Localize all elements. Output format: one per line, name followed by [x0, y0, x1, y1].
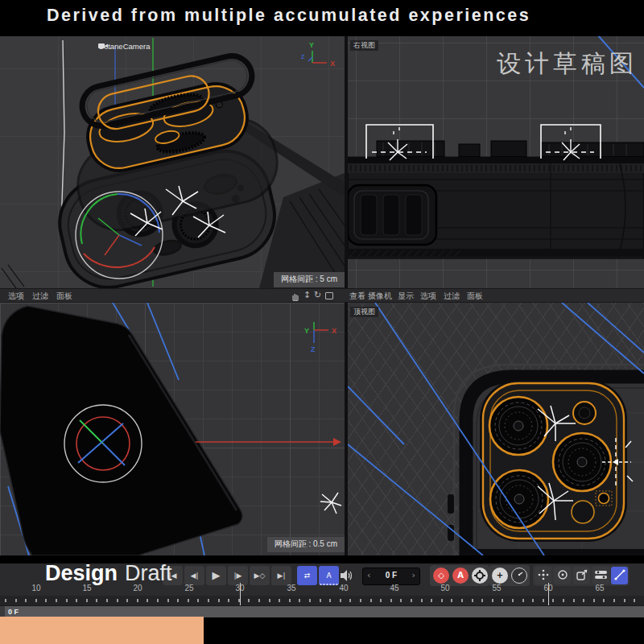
- axis-gizmo: Y X Z: [301, 41, 335, 68]
- white-spline: [61, 40, 64, 225]
- current-frame-bar[interactable]: 0 F: [0, 605, 644, 617]
- ruler-number[interactable]: 25: [184, 584, 193, 592]
- ruler-number[interactable]: 50: [440, 584, 449, 592]
- frame-counter-value: 0 F: [363, 571, 419, 580]
- menu-panel[interactable]: 面板: [467, 291, 483, 302]
- keyframe-marker-30: [240, 583, 241, 605]
- menu-filter-left[interactable]: 过滤: [32, 291, 48, 302]
- sketch-star-marks: [320, 493, 341, 514]
- watermark-text: 设计草稿图: [497, 47, 638, 80]
- svg-text:Y: Y: [304, 327, 309, 335]
- camera-lens: [489, 397, 547, 455]
- viewport-top[interactable]: 顶视图: [348, 303, 644, 555]
- mic-ring: [599, 493, 609, 504]
- scale-gizmo[interactable]: [64, 405, 142, 482]
- svg-text:X: X: [330, 60, 335, 68]
- timeline-toolbar: DesignDraft |◀ ◀| ▶ |▶ ▶◇ ▶| ⇄ A ‹ 0 F ›…: [0, 564, 644, 596]
- autokey-all-button[interactable]: A: [319, 566, 339, 585]
- record-panel: ◇ A: [430, 565, 489, 586]
- axis-gizmo: Y X Z: [304, 322, 336, 353]
- rotation-tool-icon[interactable]: [554, 567, 571, 584]
- viewport-right[interactable]: 右视图 设计草稿图: [348, 36, 644, 288]
- ruler-number[interactable]: 55: [492, 584, 501, 592]
- pan-hand-icon[interactable]: [291, 291, 300, 301]
- phone-body[interactable]: [0, 306, 242, 555]
- svg-text:Z: Z: [311, 345, 316, 353]
- menu-cameras[interactable]: 摄像机: [368, 291, 392, 302]
- keying-settings-button[interactable]: [472, 568, 488, 584]
- viewport-back[interactable]: Y X Z 网格间距 : 0.5 cm: [0, 303, 345, 555]
- ruler-number[interactable]: 40: [339, 584, 348, 592]
- ruler-number[interactable]: 65: [595, 584, 604, 592]
- grid-spacing-badge: 网格间距 : 5 cm: [274, 272, 345, 287]
- grid-spacing-badge: 网格间距 : 0.5 cm: [267, 537, 345, 552]
- svg-text:Y: Y: [309, 41, 314, 49]
- viewport-label-right[interactable]: 右视图: [350, 40, 378, 51]
- menu-view[interactable]: 查看: [349, 291, 365, 302]
- menu-panel-left[interactable]: 面板: [56, 291, 72, 302]
- zoom-updown-icon[interactable]: ↕: [303, 290, 311, 300]
- goto-end-button[interactable]: ▶|: [271, 566, 291, 585]
- viewport-perspective[interactable]: Y X Z OctaneCamera 网格间距 : 5 cm: [0, 36, 345, 288]
- flash-ring: [573, 402, 596, 424]
- frame-counter-field[interactable]: ‹ 0 F ›: [362, 568, 420, 585]
- svg-text:X: X: [332, 327, 336, 335]
- next-key-button[interactable]: ▶◇: [250, 566, 270, 585]
- brand-logo: DesignDraft: [45, 561, 172, 586]
- layer-sliders-icon[interactable]: [592, 567, 609, 584]
- next-frame-button[interactable]: |▶: [228, 566, 248, 585]
- ruler-number[interactable]: 20: [133, 584, 142, 592]
- ruler-number[interactable]: 35: [287, 584, 295, 592]
- frame-increment[interactable]: ›: [412, 570, 415, 580]
- ruler-number[interactable]: 10: [31, 584, 40, 592]
- menu-options-left[interactable]: 选项: [8, 291, 24, 302]
- rotate-view-icon[interactable]: ↻: [314, 290, 321, 300]
- sensor-ring: [572, 501, 594, 523]
- autokey-button[interactable]: A: [452, 568, 469, 584]
- app-window: Derived from multiple accumulated experi…: [0, 0, 644, 644]
- ruler-number[interactable]: 45: [390, 584, 398, 592]
- sound-icon[interactable]: [341, 570, 353, 581]
- viewport-menu-strip: 选项 过滤 面板 ↕ ↻ 查看 摄像机 显示 选项 过滤 面板: [0, 288, 644, 303]
- camera-label[interactable]: OctaneCamera: [98, 42, 150, 51]
- gauge-icon: [514, 570, 524, 580]
- menu-options[interactable]: 选项: [420, 291, 436, 302]
- loop-mode-button[interactable]: ⇄: [297, 566, 317, 585]
- workplane-icon[interactable]: [573, 567, 590, 584]
- record-keyframe-button[interactable]: ◇: [433, 568, 449, 584]
- page-title: Derived from multiple accumulated experi…: [47, 6, 530, 26]
- ruler-number[interactable]: 15: [82, 584, 91, 592]
- svg-text:Z: Z: [301, 54, 305, 60]
- record-position-button[interactable]: +: [492, 568, 508, 584]
- keyframe-marker-60: [548, 583, 549, 605]
- prev-frame-button[interactable]: ◀|: [184, 566, 204, 585]
- top-view-wireframe: [348, 303, 644, 555]
- record-rotation-button[interactable]: [511, 568, 527, 584]
- menu-display[interactable]: 显示: [398, 291, 414, 302]
- camera-icon: [98, 42, 109, 50]
- title-bar: Derived from multiple accumulated experi…: [0, 0, 644, 36]
- play-button[interactable]: ▶: [206, 566, 226, 585]
- keyframe-selection-icon[interactable]: [535, 567, 551, 584]
- current-frame-label: 0 F: [8, 608, 19, 616]
- menu-filter[interactable]: 过滤: [444, 291, 460, 302]
- back-view-wireframe: Y X Z: [0, 303, 345, 555]
- maximize-view-icon[interactable]: [325, 292, 333, 299]
- spline-path-icon[interactable]: [611, 567, 628, 584]
- timeline-ruler-ticks[interactable]: [0, 596, 644, 605]
- x-axis-arrow: [196, 438, 341, 446]
- bottom-left-accent-bar: [0, 617, 204, 644]
- gear-icon: [474, 570, 485, 581]
- viewport-label-top[interactable]: 顶视图: [350, 307, 378, 317]
- perspective-wireframe: Y X Z: [0, 36, 345, 288]
